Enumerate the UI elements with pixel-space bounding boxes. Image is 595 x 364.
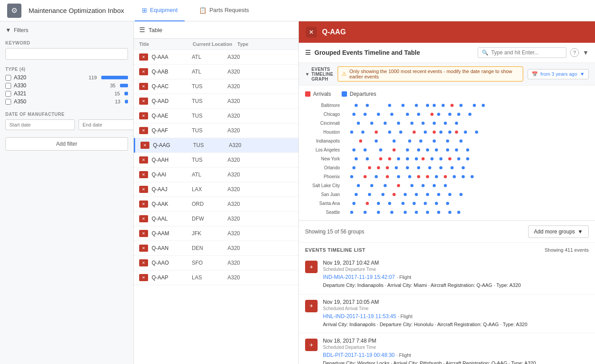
- departure-dot: [370, 122, 373, 125]
- close-button[interactable]: ✕: [306, 27, 317, 37]
- table-header: ☰ Table: [134, 21, 298, 39]
- event-link[interactable]: HNL-IND-2017-11-19 11:53:45: [323, 313, 396, 319]
- departure-dot: [468, 113, 471, 116]
- chart-city-row: Seattle: [299, 208, 595, 217]
- row-title: Q-AAL: [152, 216, 192, 222]
- end-date-input[interactable]: [79, 119, 134, 130]
- row-type: A320: [227, 245, 254, 251]
- departure-dot: [357, 184, 360, 187]
- table-row[interactable]: ✕ Q-AAE TUS A320: [134, 109, 298, 123]
- add-groups-button[interactable]: Add more groups ▼: [528, 225, 589, 238]
- tab-equipment[interactable]: ⊞ Equipment: [135, 0, 185, 21]
- departure-dot: [433, 104, 436, 107]
- tab-parts-requests[interactable]: 📋 Parts Requests: [192, 0, 256, 21]
- table-row[interactable]: ✕ Q-AAD TUS A320: [134, 94, 298, 109]
- timeline-warning: ⚠ Only showing the 1000 most recent even…: [338, 66, 523, 82]
- chart-dots-area: [343, 119, 595, 127]
- table-row[interactable]: ✕ Q-AAN DEN A320: [134, 241, 298, 256]
- departure-dot: [377, 113, 380, 116]
- departure-dot: [435, 175, 438, 178]
- departure-dot: [446, 148, 449, 151]
- table-row[interactable]: ✕ Q-AAF TUS A320: [134, 123, 298, 138]
- arrival-dot: [417, 175, 420, 178]
- table-row[interactable]: ✕ Q-AAK ORD A320: [134, 197, 298, 212]
- departure-dot: [393, 139, 396, 143]
- right-panel-title: Q-AAG: [322, 28, 346, 36]
- table-row[interactable]: ✕ Q-AAC TUS A320: [134, 79, 298, 94]
- event-detail: Type: A320: [503, 322, 527, 327]
- row-location: DFW: [192, 216, 227, 222]
- search-input[interactable]: [491, 49, 562, 56]
- start-date-input[interactable]: [5, 119, 75, 130]
- row-icon: ✕: [139, 215, 148, 222]
- event-time: Nov 19, 2017 10:05 AM: [323, 299, 527, 305]
- row-type: A320: [227, 54, 254, 60]
- keyword-input[interactable]: [5, 48, 128, 60]
- type-checkbox-a350[interactable]: [5, 99, 11, 105]
- row-icon: ✕: [140, 142, 149, 149]
- table-row[interactable]: ✕ Q-AAP LAS A320: [134, 270, 298, 285]
- row-type: A320: [227, 113, 254, 119]
- events-list-title: EVENTS TIMELINE LIST: [305, 247, 365, 253]
- type-filter-row: A320 119: [5, 74, 128, 81]
- departure-dot: [361, 131, 364, 134]
- type-checkbox-a321[interactable]: [5, 91, 11, 97]
- add-filter-button[interactable]: Add filter: [5, 137, 128, 151]
- table-row[interactable]: ✕ Q-AAA ATL A320: [134, 50, 298, 65]
- arrival-dot: [450, 104, 454, 107]
- row-type: A320: [227, 260, 254, 266]
- table-row[interactable]: ✕ Q-AAL DFW A320: [134, 212, 298, 226]
- departure-dot: [397, 122, 400, 125]
- table-row[interactable]: ✕ Q-AAO SFO A320: [134, 256, 298, 270]
- type-checkbox-a330[interactable]: [5, 83, 11, 89]
- chart-city-label: Phoenix: [299, 174, 343, 179]
- row-title: Q-AAH: [152, 157, 192, 163]
- chart-dots-area: [343, 136, 595, 145]
- chart-dots-area: [343, 127, 595, 136]
- row-type: A320: [227, 172, 254, 178]
- table-row[interactable]: ✕ Q-AAH TUS A320: [134, 153, 298, 168]
- timeline-toggle[interactable]: ▼ EVENTS TIMELINE GRAPH: [305, 67, 333, 82]
- row-location: TUS: [192, 83, 227, 90]
- table-row[interactable]: ✕ Q-AAJ LAX A320: [134, 182, 298, 197]
- type-checkbox-a320[interactable]: [5, 75, 11, 81]
- departure-dot: [388, 104, 391, 107]
- app-title: Maintenance Optimization Inbox: [29, 7, 124, 14]
- row-type: A320: [227, 216, 254, 222]
- chart-dots-area: [343, 154, 595, 163]
- departure-dot: [406, 148, 409, 151]
- row-location: ORD: [192, 201, 227, 207]
- row-location: LAX: [192, 186, 227, 192]
- row-type: A320: [227, 274, 254, 281]
- filter-icon[interactable]: ▼: [583, 49, 589, 56]
- type-count: 35: [110, 83, 116, 88]
- table-row[interactable]: ✕ Q-AAM JFK A320: [134, 226, 298, 241]
- gear-icon[interactable]: ⚙: [7, 4, 21, 18]
- events-list: ✈ Nov 19, 2017 10:42 AM Scheduled Depart…: [299, 255, 595, 364]
- chart-legend: Arrivals Departures: [299, 89, 595, 101]
- chart-dots-area: [343, 199, 595, 208]
- event-link[interactable]: BDL-PIT-2017-11-19 00:48:30: [323, 352, 395, 358]
- row-location: ATL: [192, 54, 227, 60]
- departure-dot: [471, 175, 474, 178]
- row-title: Q-AAD: [152, 98, 192, 104]
- type-label-text: A320: [14, 74, 86, 81]
- table-row[interactable]: ✕ Q-AAG TUS A320: [134, 138, 298, 153]
- table-row[interactable]: ✕ Q-AAI ATL A320: [134, 168, 298, 182]
- filters-header: ▼ Filters: [5, 27, 128, 33]
- chart-city-label: Cincinnati: [299, 121, 343, 126]
- departure-dot: [401, 202, 405, 205]
- date-range-button[interactable]: 📅 from 3 years ago ▼: [528, 69, 589, 79]
- chart-city-row: San Juan: [299, 190, 595, 199]
- chevron-down-icon: ▼: [580, 71, 585, 77]
- table-row[interactable]: ✕ Q-AAB ATL A320: [134, 65, 298, 79]
- chart-city-label: San Juan: [299, 192, 343, 197]
- departure-dot: [446, 139, 449, 143]
- departure-dot: [462, 175, 465, 178]
- event-details: Departure City: Windsor Locks · Arrival …: [323, 360, 536, 364]
- event-link[interactable]: IND-MIA-2017-11-19 15:42:07: [323, 274, 395, 280]
- arrival-dot: [393, 148, 396, 151]
- help-button[interactable]: ?: [570, 48, 579, 57]
- departure-dot: [464, 131, 467, 134]
- departure-dot: [406, 113, 409, 116]
